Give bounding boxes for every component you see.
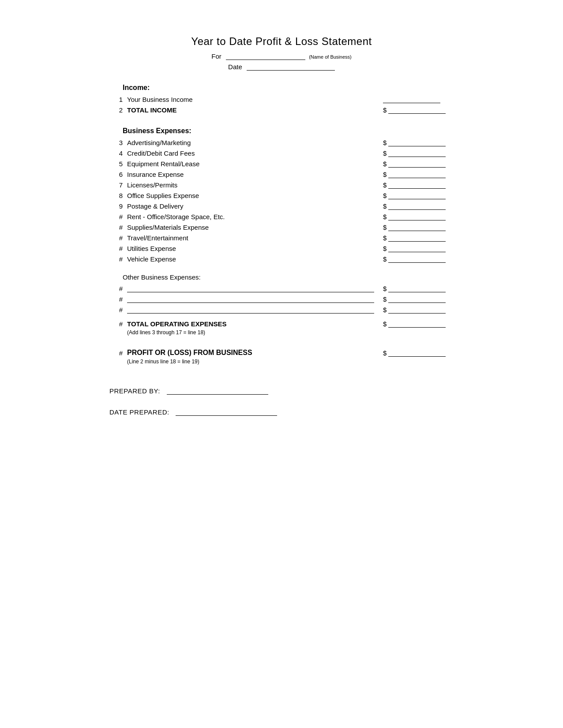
expense-field-12[interactable]: $ [383,234,454,242]
expense-field-4[interactable]: $ [383,149,454,157]
date-prepared-row: DATE PREPARED: [109,408,454,416]
income-amount-field-1[interactable] [383,95,454,103]
row-label-11: Supplies/Materials Expense [127,224,383,231]
other-row-num-3: # [109,306,123,314]
row-label-4: Credit/Debit Card Fees [127,149,383,157]
expenses-header: Business Expenses: [123,127,454,135]
total-operating-num: # [109,320,123,328]
expense-row-13: # Utilities Expense $ [109,244,454,252]
row-num-3: 3 [109,139,123,146]
total-operating-row: # TOTAL OPERATING EXPENSES $ [109,320,454,328]
date-line: Date [109,63,454,71]
total-operating-note: (Add lines 3 through 17 = line 18) [127,329,454,336]
other-row-label-2[interactable] [127,295,374,303]
row-num-9: 9 [109,202,123,210]
row-num-14: # [109,255,123,263]
row-num-7: 7 [109,181,123,189]
expense-row-8: 8 Office Supplies Expense $ [109,191,454,199]
row-num-4: 4 [109,149,123,157]
expense-field-5[interactable]: $ [383,160,454,168]
other-expense-field-3[interactable]: $ [383,306,454,314]
other-expenses-header: Other Business Expenses: [123,273,454,281]
profit-loss-field[interactable]: $ [383,349,454,357]
expense-row-6: 6 Insurance Expense $ [109,170,454,178]
profit-loss-num: # [109,349,123,357]
other-expense-row-1: # $ [109,284,454,292]
expense-field-14[interactable]: $ [383,255,454,263]
income-row-1: 1 Your Business Income [109,95,454,103]
expense-row-5: 5 Equipment Rental/Lease $ [109,160,454,168]
row-num-6: 6 [109,171,123,178]
total-operating-field[interactable]: $ [383,320,454,328]
for-line: For (Name of Business) [109,52,454,60]
expense-row-14: # Vehicle Expense $ [109,255,454,263]
prepared-by-row: PREPARED BY: [109,387,454,395]
row-label-14: Vehicle Expense [127,255,383,263]
row-label-12: Travel/Entertainment [127,234,383,242]
other-expense-row-3: # $ [109,306,454,314]
expense-field-13[interactable]: $ [383,244,454,252]
row-label-1: Your Business Income [127,96,383,103]
expense-row-3: 3 Advertising/Marketing $ [109,138,454,146]
expense-row-12: # Travel/Entertainment $ [109,234,454,242]
other-row-num-1: # [109,285,123,292]
profit-loss-note: (Line 2 minus line 18 = line 19) [127,358,454,365]
row-label-13: Utilities Expense [127,245,383,252]
for-label: For [211,52,221,60]
other-expense-field-1[interactable]: $ [383,284,454,292]
row-label-8: Office Supplies Expense [127,192,383,199]
prepared-by-label: PREPARED BY: [109,387,160,395]
row-label-2: TOTAL INCOME [127,106,383,114]
expense-row-10: # Rent - Office/Storage Space, Etc. $ [109,213,454,220]
row-label-7: Licenses/Permits [127,181,383,189]
row-num-2: 2 [109,106,123,114]
dollar-sign-total-income: $ [383,106,387,114]
other-expense-field-2[interactable]: $ [383,295,454,303]
total-operating-label: TOTAL OPERATING EXPENSES [127,320,383,328]
row-num-1: 1 [109,96,123,103]
income-row-2: 2 TOTAL INCOME $ [109,106,454,114]
row-num-13: # [109,245,123,252]
other-row-label-1[interactable] [127,284,374,292]
row-num-5: 5 [109,160,123,168]
name-of-business-label: (Name of Business) [309,54,352,60]
expense-field-9[interactable]: $ [383,202,454,210]
date-field[interactable] [247,63,335,71]
other-expense-row-2: # $ [109,295,454,303]
business-name-field[interactable] [226,52,305,60]
expense-field-8[interactable]: $ [383,191,454,199]
total-income-field[interactable]: $ [383,106,454,114]
profit-loss-label: PROFIT OR (LOSS) FROM BUSINESS [127,349,383,357]
expense-field-6[interactable]: $ [383,170,454,178]
expense-field-11[interactable]: $ [383,223,454,231]
expense-field-10[interactable]: $ [383,213,454,220]
row-label-6: Insurance Expense [127,171,383,178]
row-num-12: # [109,234,123,242]
other-row-label-3[interactable] [127,306,374,314]
date-label: Date [228,63,242,71]
expense-row-9: 9 Postage & Delivery $ [109,202,454,210]
income-header: Income: [123,84,454,92]
row-label-5: Equipment Rental/Lease [127,160,383,168]
expense-field-3[interactable]: $ [383,138,454,146]
row-num-11: # [109,224,123,231]
row-label-3: Advertising/Marketing [127,139,383,146]
row-num-8: 8 [109,192,123,199]
expense-row-7: 7 Licenses/Permits $ [109,181,454,189]
expense-row-4: 4 Credit/Debit Card Fees $ [109,149,454,157]
row-num-10: # [109,213,123,220]
expense-field-7[interactable]: $ [383,181,454,189]
page-title: Year to Date Profit & Loss Statement [109,35,454,48]
row-label-10: Rent - Office/Storage Space, Etc. [127,213,383,220]
date-prepared-field[interactable] [176,408,277,416]
other-row-num-2: # [109,295,123,303]
prepared-by-field[interactable] [167,387,268,395]
expense-row-11: # Supplies/Materials Expense $ [109,223,454,231]
row-label-9: Postage & Delivery [127,202,383,210]
date-prepared-label: DATE PREPARED: [109,408,169,416]
profit-loss-row: # PROFIT OR (LOSS) FROM BUSINESS $ [109,349,454,357]
